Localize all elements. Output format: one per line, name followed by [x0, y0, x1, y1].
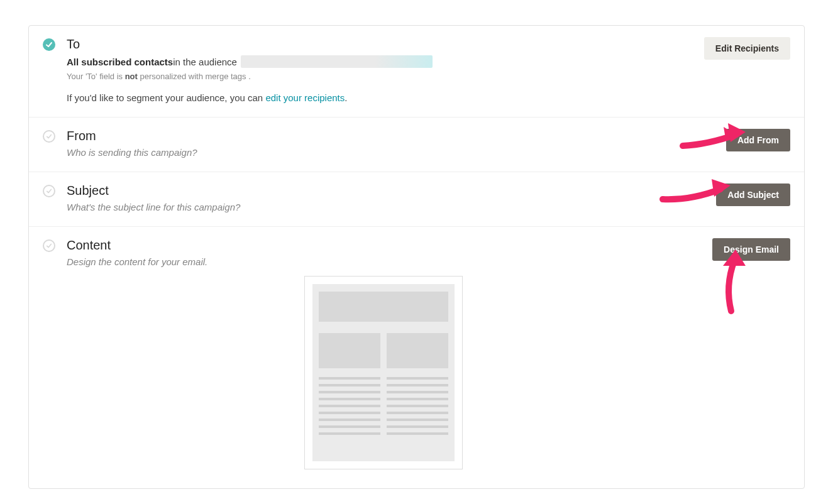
- placeholder-col-right: [387, 333, 448, 439]
- section-content: Content Design the content for your emai…: [29, 227, 804, 488]
- to-title: To: [67, 37, 692, 52]
- audience-name-redacted: [241, 55, 433, 68]
- check-icon: [43, 185, 55, 197]
- to-personalization-note: Your 'To' field is not personalized with…: [67, 72, 692, 81]
- content-hint: Design the content for your email.: [67, 256, 700, 267]
- placeholder-col-left: [319, 333, 380, 439]
- section-from: From Who is sending this campaign? Add F…: [29, 118, 804, 172]
- from-hint: Who is sending this campaign?: [67, 147, 714, 158]
- status-col: [43, 238, 67, 252]
- status-col: [43, 37, 67, 51]
- to-summary-bold: All subscribed contacts: [67, 57, 173, 67]
- placeholder-header: [319, 292, 448, 322]
- section-to: To All subscribed contacts in the audien…: [29, 26, 804, 118]
- content-col: Content Design the content for your emai…: [67, 238, 700, 469]
- subject-action: Add Subject: [703, 184, 790, 206]
- to-summary-rest: in the audience: [173, 57, 237, 67]
- edit-recipients-button[interactable]: Edit Recipients: [704, 37, 790, 60]
- check-icon: [43, 130, 55, 143]
- from-action: Add From: [714, 129, 790, 151]
- email-preview-inner: [312, 284, 455, 461]
- design-email-button[interactable]: Design Email: [712, 238, 790, 261]
- to-content: To All subscribed contacts in the audien…: [67, 37, 692, 103]
- to-summary: All subscribed contacts in the audience: [67, 55, 692, 68]
- add-from-button[interactable]: Add From: [726, 129, 790, 151]
- campaign-setup-panel: To All subscribed contacts in the audien…: [28, 25, 805, 489]
- check-icon: [43, 239, 55, 252]
- to-action: Edit Recipients: [692, 37, 790, 60]
- edit-recipients-link[interactable]: edit your recipients: [265, 92, 345, 103]
- content-title: Content: [67, 238, 700, 253]
- check-icon: [43, 38, 55, 51]
- subject-hint: What's the subject line for this campaig…: [67, 202, 703, 212]
- status-col: [43, 184, 67, 197]
- placeholder-image: [387, 333, 448, 368]
- email-preview-card[interactable]: [304, 276, 463, 469]
- from-content: From Who is sending this campaign?: [67, 129, 714, 158]
- subject-title: Subject: [67, 184, 703, 198]
- from-title: From: [67, 129, 714, 143]
- to-segment-line: If you'd like to segment your audience, …: [67, 92, 692, 103]
- placeholder-image: [319, 333, 380, 368]
- content-action: Design Email: [700, 238, 790, 261]
- email-preview: [67, 276, 700, 469]
- section-subject: Subject What's the subject line for this…: [29, 172, 804, 227]
- status-col: [43, 129, 67, 143]
- placeholder-columns: [319, 333, 448, 439]
- add-subject-button[interactable]: Add Subject: [716, 184, 790, 206]
- subject-content: Subject What's the subject line for this…: [67, 184, 703, 212]
